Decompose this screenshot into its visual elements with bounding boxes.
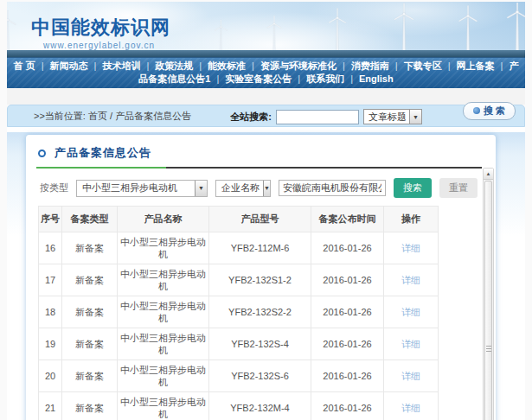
nav-separator: | xyxy=(146,60,149,71)
site-url: www.energylabel.gov.cn xyxy=(43,41,170,50)
scroll-up-button[interactable]: ▲ xyxy=(484,169,493,180)
table-scrollbar[interactable]: ▲ xyxy=(483,168,494,420)
nav-separator: | xyxy=(216,73,219,84)
col-header-action: 操作 xyxy=(384,207,439,232)
nav-separator: | xyxy=(343,60,345,71)
company-name-input[interactable] xyxy=(279,180,386,196)
cell-name: 中小型三相异步电动机 xyxy=(118,328,209,360)
cell-no: 19 xyxy=(39,328,62,360)
content-card: 产品备案信息公告 按类型 中小型三相异步电动机 ▼ 企业名称 ▼ 搜索 重置 xyxy=(26,135,496,420)
col-header-no: 序号 xyxy=(39,207,62,232)
spacer-strip xyxy=(7,88,525,105)
nav-item[interactable]: 政策法规 xyxy=(155,60,193,71)
col-header-name: 产品名称 xyxy=(118,207,209,232)
section-header: 产品备案信息公告 xyxy=(36,142,484,167)
cell-date: 2016-01-26 xyxy=(311,264,384,296)
cell-model: YFB2-132M-4 xyxy=(209,392,311,420)
table-row: 20新备案中小型三相异步电动机YFB2-132S-62016-01-26详细 xyxy=(39,360,439,392)
cell-type: 新备案 xyxy=(62,392,118,420)
cell-name: 中小型三相异步电动机 xyxy=(118,264,209,296)
site-logo[interactable]: 中国能效标识网 www.energylabel.gov.cn xyxy=(31,15,170,50)
cell-no: 20 xyxy=(39,360,62,392)
nav-item[interactable]: 实验室备案公告 xyxy=(225,73,292,84)
cell-name: 中小型三相异步电动机 xyxy=(118,296,209,328)
cell-type: 新备案 xyxy=(62,232,118,264)
scroll-thumb[interactable] xyxy=(484,181,492,420)
page: 中国能效标识网 www.energylabel.gov.cn 首 页|新闻动态|… xyxy=(7,2,525,420)
site-title: 中国能效标识网 xyxy=(31,15,170,41)
table-header-row: 序号 备案类型 产品名称 产品型号 备案公布时间 操作 xyxy=(39,207,439,232)
cell-name: 中小型三相异步电动机 xyxy=(118,360,209,392)
filter-search-button[interactable]: 搜索 xyxy=(394,178,432,198)
nav-item[interactable]: 消费指南 xyxy=(351,60,389,71)
cell-model: YFB2-132S1-2 xyxy=(209,264,311,296)
filter-reset-button[interactable]: 重置 xyxy=(439,178,478,198)
cell-date: 2016-01-26 xyxy=(311,232,384,264)
table-body: 16新备案中小型三相异步电动机YFB2-112M-62016-01-26详细17… xyxy=(39,232,439,420)
detail-link[interactable]: 详细 xyxy=(401,403,420,413)
nav-item[interactable]: 联系我们 xyxy=(306,73,344,84)
nav-separator: | xyxy=(42,60,44,71)
detail-link[interactable]: 详细 xyxy=(401,243,420,253)
search-category-select[interactable]: 文章标题 ▼ xyxy=(363,109,422,124)
table-row: 19新备案中小型三相异步电动机YFB2-132S-42016-01-26详细 xyxy=(39,328,439,360)
filter-bar: 按类型 中小型三相异步电动机 ▼ 企业名称 ▼ 搜索 重置 xyxy=(36,178,484,198)
cell-name: 中小型三相异步电动机 xyxy=(118,232,209,264)
site-search-label: 全站搜索: xyxy=(230,106,272,128)
detail-link[interactable]: 详细 xyxy=(401,275,420,285)
breadcrumb: >>当前位置: 首页 / 产品备案信息公告 xyxy=(34,111,191,121)
cell-type: 新备案 xyxy=(62,360,118,392)
cell-date: 2016-01-26 xyxy=(311,360,384,392)
col-header-type: 备案类型 xyxy=(62,207,118,232)
bullet-icon xyxy=(473,107,480,114)
detail-link[interactable]: 详细 xyxy=(401,307,420,317)
cell-action: 详细 xyxy=(384,328,439,360)
table-row: 16新备案中小型三相异步电动机YFB2-112M-62016-01-26详细 xyxy=(39,232,439,264)
chevron-down-icon: ▼ xyxy=(409,110,421,124)
section-divider xyxy=(36,167,482,169)
chevron-down-icon: ▼ xyxy=(195,181,207,196)
cell-no: 16 xyxy=(39,232,62,264)
sea-strip xyxy=(7,50,525,57)
records-table: 序号 备案类型 产品名称 产品型号 备案公布时间 操作 16新备案中小型三相异步… xyxy=(38,206,439,420)
nav-item[interactable]: 新闻动态 xyxy=(50,60,88,71)
cell-action: 详细 xyxy=(384,392,439,420)
detail-link[interactable]: 详细 xyxy=(401,371,420,381)
site-banner: 中国能效标识网 www.energylabel.gov.cn xyxy=(7,2,525,57)
cell-model: YFB2-132S-6 xyxy=(209,360,311,392)
type-filter-label: 按类型 xyxy=(40,181,68,194)
nav-item[interactable]: 技术培训 xyxy=(102,60,140,71)
cell-model: YFB2-132S-4 xyxy=(209,328,311,360)
cell-no: 17 xyxy=(39,264,62,296)
cell-model: YFB2-112M-6 xyxy=(209,232,311,264)
cell-date: 2016-01-26 xyxy=(311,296,384,328)
site-search-button[interactable]: 搜 索 xyxy=(463,102,516,120)
detail-link[interactable]: 详细 xyxy=(401,339,420,349)
nav-item[interactable]: 网上备案 xyxy=(457,60,495,71)
col-header-model: 产品型号 xyxy=(209,207,311,232)
cell-type: 新备案 xyxy=(62,296,118,328)
cell-type: 新备案 xyxy=(62,328,118,360)
nav-separator: | xyxy=(395,60,398,71)
type-select[interactable]: 中小型三相异步电动机 ▼ xyxy=(76,180,208,197)
nav-item[interactable]: 资源与环境标准化 xyxy=(260,60,337,71)
table-row: 18新备案中小型三相异步电动机YFB2-132S2-22016-01-26详细 xyxy=(39,296,439,328)
cell-action: 详细 xyxy=(384,296,439,328)
cell-name: 中小型三相异步电动机 xyxy=(118,392,209,420)
divider-green-segment xyxy=(36,167,166,169)
nav-separator: | xyxy=(298,73,300,84)
site-search-input[interactable] xyxy=(276,110,359,124)
cell-no: 18 xyxy=(39,296,62,328)
col-header-date: 备案公布时间 xyxy=(311,207,384,232)
company-field-select[interactable]: 企业名称 ▼ xyxy=(215,180,271,197)
nav-item[interactable]: 能效标准 xyxy=(208,60,246,71)
main-nav: 首 页|新闻动态|技术培训|政策法规|能效标准|资源与环境标准化|消费指南|下载… xyxy=(7,57,525,88)
nav-separator: | xyxy=(252,60,254,71)
cell-date: 2016-01-26 xyxy=(311,328,384,360)
nav-item[interactable]: 首 页 xyxy=(14,60,35,71)
table-row: 21新备案中小型三相异步电动机YFB2-132M-42016-01-26详细 xyxy=(39,392,439,420)
nav-item[interactable]: English xyxy=(359,73,394,84)
main-panel: 产品备案信息公告 按类型 中小型三相异步电动机 ▼ 企业名称 ▼ 搜索 重置 xyxy=(7,132,525,420)
cell-action: 详细 xyxy=(384,360,439,392)
nav-item[interactable]: 下载专区 xyxy=(404,60,442,71)
